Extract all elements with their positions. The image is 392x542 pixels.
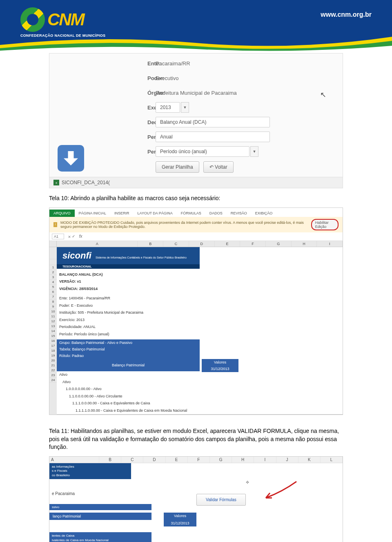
cell-text: Ativo <box>57 371 343 379</box>
download-icon <box>58 145 84 172</box>
col-f[interactable]: F <box>240 241 266 247</box>
excel-ribbon: ARQUIVO PÁGINA INICIAL INSERIR LAYOUT DA… <box>49 208 343 217</box>
cell-text: Grupo: Balanço Patrimonial - Ativo e Pas… <box>57 339 200 346</box>
tesouro-bar: TESOURONACIONAL <box>57 264 200 269</box>
col-e[interactable]: E <box>215 241 241 247</box>
cell-text: BALANÇO ANUAL (DCA) <box>57 271 343 279</box>
screenshot-validar: A B C D E F G H I J K L as Informações s… <box>49 456 343 542</box>
cell-text: Balanço Patrimonial <box>57 359 200 371</box>
col-i[interactable]: I <box>317 241 343 247</box>
valores-date: 31/12/2013 <box>202 366 238 372</box>
caption-10: Tela 10: Abrindo a planilha habilite as … <box>49 194 343 203</box>
chevron-down-icon[interactable]: ▼ <box>250 146 258 157</box>
col-b[interactable]: B <box>138 241 163 247</box>
col-j[interactable]: J <box>276 457 298 463</box>
header-url: www.cnm.org.br <box>321 11 372 18</box>
habilitar-edicao-button[interactable]: Habilitar Edição <box>311 219 339 230</box>
col-b[interactable]: B <box>99 457 121 463</box>
col-a[interactable]: A <box>49 457 99 463</box>
tab-revisao[interactable]: REVISÃO <box>227 210 251 217</box>
cell-line: ivalentes de Caixa em Moeda Nacional <box>52 538 149 542</box>
col-h[interactable]: H <box>232 457 254 463</box>
col-g[interactable]: G <box>266 241 292 247</box>
cell-text: Rótulo: Padrao <box>57 352 200 359</box>
cell-text: Exercício: 2013 <box>57 317 343 324</box>
formula-bar: A1 ⨉ ✓ fx <box>49 232 343 241</box>
declaracao-input[interactable]: Balanço Anual (DCA) <box>156 117 270 127</box>
col-a[interactable]: A <box>57 241 138 247</box>
cell-text: Periodicidade: ANUAL <box>57 323 343 331</box>
col-i[interactable]: I <box>254 457 276 463</box>
cnm-logo: CNM CONFEDERAÇÃO NACIONAL DE MUNICÍPIOS <box>20 6 114 38</box>
ente-label: Ente: <box>66 60 147 67</box>
periodicidade-input[interactable]: Anual <box>156 132 270 142</box>
siconfi-subtitle: Sistema de Informações Contábeis e Fisca… <box>96 256 187 259</box>
exercicio-label: Exercício: * <box>66 105 147 111</box>
row-numbers: 123 456 789 101112 131415 161718 192021 … <box>49 247 57 415</box>
cell-text: ssivo <box>49 504 151 510</box>
logo-text: CNM <box>47 10 84 29</box>
orgao-label: Órgão: <box>66 90 147 96</box>
validar-formulas-button[interactable]: Validar Fórmulas <box>196 494 246 506</box>
tab-exibicao[interactable]: EXIBIÇÃO <box>251 210 277 217</box>
filename-text: SICONFI_DCA_2014( <box>62 180 110 185</box>
excel-icon: x <box>53 180 59 185</box>
ente-value: Pacaraima/RR <box>156 60 190 67</box>
hand-cursor-icon: ✧ <box>245 480 249 485</box>
col-c[interactable]: C <box>163 241 189 247</box>
poder-label: Poder: <box>66 75 147 81</box>
tab-pagina-inicial[interactable]: PÁGINA INICIAL <box>75 210 111 217</box>
col-g[interactable]: G <box>210 457 232 463</box>
cell-text: VIGÊNCIA: 28/03/2014 <box>57 285 343 293</box>
col-f[interactable]: F <box>188 457 210 463</box>
tab-layout[interactable]: LAYOUT DA PÁGINA <box>134 210 177 217</box>
tab-inserir[interactable]: INSERIR <box>110 210 134 217</box>
cell-line: lentes de Caixa <box>52 533 149 538</box>
cell-text: Tabela: Balanço Patrimonial <box>57 346 200 352</box>
periodo-input[interactable]: Período único (anual) <box>156 146 249 157</box>
cursor-icon: ↖ <box>320 90 326 99</box>
chevron-down-icon[interactable]: ▼ <box>181 102 189 113</box>
cell-text: 1.1.1.0.0.00.00 - Caixa e Equivalentes d… <box>57 400 343 407</box>
voltar-button[interactable]: ↶ Voltar <box>203 161 234 173</box>
col-d[interactable]: D <box>189 241 215 247</box>
cell-reference[interactable]: A1 <box>52 234 64 239</box>
col-k[interactable]: K <box>298 457 321 463</box>
orgao-value: Prefeitura Municipal de Pacaraima <box>156 90 237 96</box>
exercicio-input[interactable]: 2013 <box>156 102 180 113</box>
cell-text: as Informações s e Fiscais co Brasileiro <box>49 463 131 479</box>
gerar-planilha-button[interactable]: Gerar Planilha <box>156 161 199 173</box>
cell-text: Ente: 1400456 - Pacaraima/RR <box>57 295 343 302</box>
column-headers: A B C D E F G H I <box>49 241 343 247</box>
fx-label: fx <box>79 234 82 239</box>
cell-text: 1.1.0.0.0.00.00 - Ativo Circulante <box>57 393 343 400</box>
col-e[interactable]: E <box>166 457 188 463</box>
valores-header: Valores <box>202 359 238 366</box>
cell-text: VERSÃO: v1 <box>57 278 343 285</box>
col-h[interactable]: H <box>292 241 317 247</box>
cell-text: e Pacaraima <box>49 487 343 500</box>
siconfi-logo: siconfi <box>62 250 91 261</box>
flag-icon <box>20 7 45 32</box>
col-l[interactable]: L <box>321 457 343 463</box>
screenshot-form: ↖ Ente: Pacaraima/RR Poder: Executivo Ór… <box>49 53 343 188</box>
col-d[interactable]: D <box>143 457 165 463</box>
cell-text: 1.1.1.1.0.00.00 - Caixa e Equivalentes d… <box>57 407 343 415</box>
cell-text: lanço Patrimonial <box>49 513 151 520</box>
tab-dados[interactable]: DADOS <box>205 210 227 217</box>
tab-formulas[interactable]: FÓRMULAS <box>177 210 205 217</box>
protected-view-bar: ! MODO DE EXIBIÇÃO PROTEGIDO Cuidado, po… <box>49 217 343 232</box>
fx-icon: ⨉ ✓ <box>68 234 75 239</box>
siconfi-banner: siconfi Sistema de Informações Contábeis… <box>57 247 200 264</box>
tab-arquivo[interactable]: ARQUIVO <box>49 210 75 217</box>
cell-text: lentes de Caixa ivalentes de Caixa em Mo… <box>49 532 151 542</box>
valores-header: Valores <box>164 513 196 520</box>
cell-text: Período: Período único (anual) <box>57 331 343 338</box>
declaracao-label: Declaração: * <box>66 119 147 125</box>
screenshot-excel: ARQUIVO PÁGINA INICIAL INSERIR LAYOUT DA… <box>49 207 343 415</box>
periodicidade-label: Periodicidade: * <box>66 134 147 140</box>
col-c[interactable]: C <box>121 457 143 463</box>
cell-text: 1.0.0.0.0.00.00 - Ativo <box>57 386 343 393</box>
valores-date: 31/12/2013 <box>164 520 196 526</box>
cell-text: Poder: E - Executivo <box>57 302 343 310</box>
